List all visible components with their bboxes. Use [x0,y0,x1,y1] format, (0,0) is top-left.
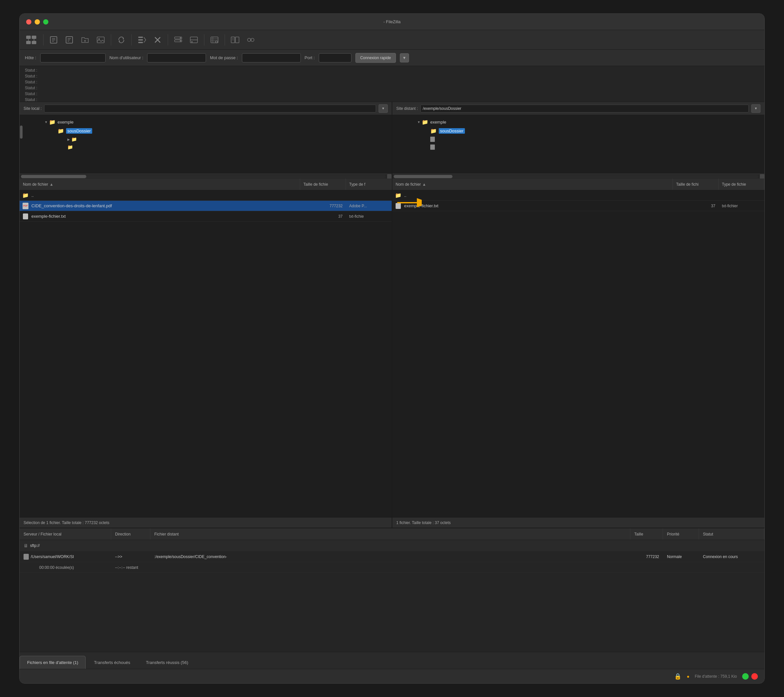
file-row-type: txt-fichie [346,214,392,219]
remote-tree[interactable]: ▼ 📁 exemple 📁 sousDossier [392,115,764,174]
app-status-bar: 🔒 ● File d'attente : 759,1 Kio [20,669,764,683]
local-hscroll[interactable] [20,174,392,178]
status-line-3: Statut : [25,79,759,85]
tree-item-sousdossier[interactable]: 📁 sousDossier [25,127,387,135]
minimize-button[interactable] [35,19,40,25]
local-path-input[interactable] [44,105,376,112]
local-col-name[interactable]: Nom de fichier ▲ [20,178,300,190]
hscroll-thumb [21,175,86,178]
transfer-col-remote[interactable]: Fichier distant [150,528,630,540]
txt-file-icon [20,214,31,219]
remote-col-name[interactable]: Nom de fichier ▲ [392,178,673,190]
local-col-type[interactable]: Type de f [346,178,392,190]
remote-hscroll[interactable] [392,174,764,178]
remote-path-input[interactable] [420,105,749,112]
file-row-type: Adobe P... [346,204,392,208]
sync-browse-icon[interactable] [244,33,258,47]
password-input[interactable] [242,53,301,63]
transfer-rows: 🖥 sftp:// /Users/samuel/WORK/SI -->> [20,540,764,652]
tree-item[interactable]: ▼ 📁 exemple [397,118,759,127]
file-row[interactable]: PDF CIDE_convention-des-droits-de-lenfan… [20,201,392,211]
status-cell: Connexion en cours [699,554,764,559]
transfer-col-size[interactable]: Taille [630,528,663,540]
compare-icon[interactable] [228,33,242,47]
server-cell: 🖥 sftp:// [20,543,111,548]
tab-success[interactable]: Transferts réussis (56) [138,656,196,669]
transfer-file-row[interactable]: /Users/samuel/WORK/SI -->> :/exemple/sou… [20,551,764,562]
svg-rect-20 [138,42,143,43]
close-tab-icon[interactable] [63,33,76,47]
status-line-1: Statut : [25,68,759,73]
tree-item-file2[interactable] [397,143,759,151]
folder-icon: 📁 [71,137,77,142]
server-info-icon[interactable] [171,33,185,47]
time-remaining-cell: --:--:-- restant [111,565,150,570]
tree-item-sub[interactable]: ▶ 📁 [25,135,387,143]
file-row-type: txt-fichier [719,204,764,208]
port-input[interactable] [319,53,351,63]
local-file-list: 📁 .. PDF CIDE_convention-des-droits-de-l… [20,190,392,517]
sort-arrow-icon: ▲ [422,182,426,187]
local-panel: Site local : ▼ ▼ 📁 exemple 📁 sousDossier… [20,102,392,528]
image-icon[interactable] [94,33,107,47]
status-red-dot [751,673,758,680]
tree-item-file1[interactable] [397,135,759,143]
file-row[interactable]: 📁 .. [392,190,764,201]
local-path-dropdown[interactable]: ▼ [379,104,388,113]
tree-item-sub2[interactable]: 📁 [25,143,387,151]
file-row[interactable]: 📁 .. [20,190,392,201]
remote-path-dropdown[interactable]: ▼ [751,104,761,113]
svg-rect-18 [138,36,143,38]
quick-connect-button[interactable]: Connexion rapide [356,53,396,63]
toggle-log-icon[interactable] [187,33,201,47]
refresh-icon[interactable] [114,33,128,47]
local-tree[interactable]: ▼ 📁 exemple 📁 sousDossier ▶ 📁 📁 [20,115,392,174]
host-input[interactable] [40,53,105,63]
transfer-time-row: 00:00:00 écoulée(s) --:--:-- restant [20,562,764,573]
file-row[interactable]: exemple-fichier.txt 37 txt-fichie [20,211,392,222]
tab-failed[interactable]: Transferts échoués [86,656,138,669]
tree-item-label: exemple [58,120,74,125]
toolbar [20,30,764,50]
transfer-col-status[interactable]: Statut [699,528,764,540]
remote-col-size[interactable]: Taille de fichi [673,178,719,190]
separator-2 [111,34,111,45]
direction-cell: -->> [111,554,150,559]
close-button[interactable] [26,19,31,25]
transfer-col-priority[interactable]: Priorité [663,528,699,540]
search-icon[interactable] [208,33,221,47]
process-queue-icon[interactable] [135,33,149,47]
tab-queue[interactable]: Fichiers en file d'attente (1) [20,656,86,669]
connect-dropdown-button[interactable]: ▼ [400,53,409,63]
hscroll-track [21,175,386,178]
remote-status: 1 fichier. Taille totale : 37 octets [392,517,764,528]
file-row[interactable]: exemple-fichier.txt 37 txt-fichier [392,201,764,211]
tree-item[interactable]: ▼ 📁 exemple [25,118,387,127]
remote-col-type[interactable]: Type de fichie [719,178,764,190]
file-row-name: .. [404,193,673,198]
svg-rect-2 [26,41,31,44]
file-row-size: 37 [673,204,719,208]
new-tab-icon[interactable] [47,33,61,47]
username-input[interactable] [147,53,206,63]
sort-arrow-icon: ▲ [49,182,53,187]
tree-item-label: sousDossier [439,128,465,134]
transfer-server-row[interactable]: 🖥 sftp:// [20,540,764,551]
cancel-icon[interactable] [151,33,165,47]
local-col-size[interactable]: Taille de fichie [300,178,346,190]
svg-rect-1 [32,36,36,39]
local-path-cell: /Users/samuel/WORK/SI [20,554,111,560]
site-manager-icon[interactable] [23,33,40,47]
transfer-col-server[interactable]: Serveur / Fichier local [20,528,111,540]
tree-item-label: sousDossier [66,128,92,134]
tree-item-sousdossier[interactable]: 📁 sousDossier [397,127,759,135]
bottom-tabs: Fichiers en file d'attente (1) Transfert… [20,652,764,669]
window-controls [26,19,48,25]
new-folder-icon[interactable] [78,33,92,47]
transfer-col-direction[interactable]: Direction [111,528,150,540]
maximize-button[interactable] [43,19,48,25]
file-icon [23,554,29,560]
folder-icon: 📁 [68,145,73,150]
status-log: Statut : Statut : Statut : Statut : Stat… [20,66,764,102]
remote-site-bar: Site distant : ▼ [392,102,764,115]
